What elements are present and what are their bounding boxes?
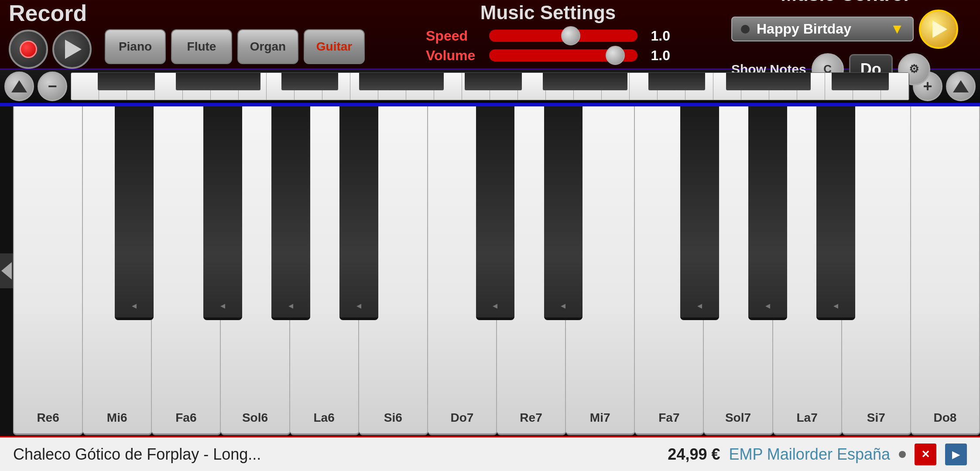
piano-area: Re6 Mi6 Fa6 Sol6 La6 Si6 Do7 Re7 Mi7 Fa7… — [0, 105, 980, 435]
mini-key-black-15 — [598, 73, 627, 90]
record-title: Record — [9, 0, 87, 26]
volume-slider[interactable] — [489, 49, 637, 61]
play-icon — [65, 40, 82, 59]
mini-key-black-14 — [570, 73, 600, 90]
black-key-Reb6[interactable] — [115, 106, 154, 320]
play-button[interactable] — [52, 30, 92, 69]
mini-key-black-8 — [359, 73, 388, 90]
song-name-box[interactable]: Happy Birtday ▼ — [731, 17, 914, 41]
settings-title: Music Settings — [480, 2, 616, 24]
mini-key-black-9 — [387, 73, 416, 90]
key-label-Do7: Do7 — [450, 411, 473, 425]
black-key-Reb7[interactable] — [544, 106, 583, 320]
black-key-Dob7[interactable] — [476, 106, 515, 320]
notes-extra-icon: ⚙ — [909, 62, 919, 76]
mini-key-black-4 — [203, 73, 233, 90]
ad-arrow-icon: ▶ — [952, 448, 960, 461]
mini-key-black-20 — [781, 73, 811, 90]
ad-brand: EMP Mailorder España — [729, 445, 890, 464]
mini-key-black-13 — [543, 73, 572, 90]
control-title: Music Control — [781, 0, 908, 5]
key-Re6[interactable]: Re6 — [13, 106, 83, 435]
mini-key-black-7 — [309, 73, 338, 90]
mini-key-black-17 — [676, 73, 705, 90]
mini-key-black-22 — [860, 73, 889, 90]
ad-next-button[interactable]: ▶ — [945, 444, 967, 465]
song-name: Happy Birtday — [757, 21, 851, 37]
mini-key-black-11 — [465, 73, 494, 90]
mini-key-white-17 — [518, 73, 546, 100]
volume-value: 1.0 — [644, 48, 670, 64]
minus-icon: − — [48, 78, 57, 94]
black-key-Lab7[interactable] — [816, 106, 855, 320]
mini-key-black-19 — [754, 73, 783, 90]
mini-key-black-12 — [493, 73, 522, 90]
black-key-Solb6[interactable] — [271, 106, 310, 320]
mini-key-black-21 — [832, 73, 861, 90]
black-key-Solb7[interactable] — [748, 106, 787, 320]
ad-price: 24,99 € — [668, 445, 720, 464]
key-label-Si7: Si7 — [867, 411, 885, 425]
key-label-La6: La6 — [314, 411, 335, 425]
volume-label: Volume — [426, 48, 483, 64]
ad-text: Chaleco Gótico de Forplay - Long... — [13, 445, 659, 464]
instrument-flute-button[interactable]: Flute — [171, 29, 232, 64]
play-gold-icon — [932, 20, 947, 38]
ad-close-button[interactable]: ✕ — [915, 444, 936, 465]
mini-key-black-18 — [726, 73, 755, 90]
speed-row: Speed 1.0 — [426, 28, 670, 44]
music-control-play-button[interactable] — [919, 10, 958, 49]
mini-keyboard — [71, 72, 909, 100]
black-key-Mib6[interactable] — [203, 106, 242, 320]
close-icon: ✕ — [921, 448, 930, 461]
song-selector: Happy Birtday ▼ — [731, 10, 958, 49]
key-label-Mi7: Mi7 — [590, 411, 610, 425]
record-icon — [20, 41, 37, 58]
speed-value: 1.0 — [644, 28, 670, 44]
record-buttons — [9, 30, 92, 69]
arrow-up-icon — [11, 80, 27, 92]
dropdown-arrow-icon[interactable]: ▼ — [890, 21, 904, 37]
keyboard-nav-bar: − — [0, 70, 980, 105]
key-label-Mi6: Mi6 — [107, 411, 127, 425]
left-arrow-icon — [1, 262, 12, 280]
key-Do8[interactable]: Do8 — [911, 106, 980, 435]
mini-key-black-16 — [648, 73, 678, 90]
top-bar: Record Piano Flute Organ Guitar Music Se… — [0, 0, 980, 70]
key-label-Re7: Re7 — [520, 411, 542, 425]
record-button[interactable] — [9, 30, 48, 69]
volume-thumb[interactable] — [606, 46, 625, 65]
speed-slider[interactable] — [489, 30, 637, 42]
instrument-organ-button[interactable]: Organ — [237, 29, 298, 64]
black-key-Lab6[interactable] — [339, 106, 378, 320]
key-label-Re6: Re6 — [37, 411, 59, 425]
song-dot — [741, 25, 750, 34]
mini-key-black-2 — [126, 73, 155, 90]
mini-key-black-5 — [231, 73, 260, 90]
key-label-Sol7: Sol7 — [725, 411, 751, 425]
octave-up-button[interactable] — [4, 72, 34, 101]
black-key-Mib7[interactable] — [680, 106, 719, 320]
music-settings-section: Music Settings Speed 1.0 Volume 1.0 — [382, 2, 714, 67]
mini-key-black-10 — [415, 73, 444, 90]
ad-dot — [899, 451, 906, 458]
octave-minus-button[interactable]: − — [38, 72, 67, 101]
key-label-Fa7: Fa7 — [658, 411, 679, 425]
mini-key-black-6 — [281, 73, 311, 90]
volume-row: Volume 1.0 — [426, 48, 670, 64]
key-label-Si6: Si6 — [384, 411, 402, 425]
key-label-Do8: Do8 — [933, 411, 956, 425]
ad-indicators — [899, 451, 906, 458]
mini-key-black-1 — [98, 73, 127, 90]
instrument-guitar-button[interactable]: Guitar — [304, 29, 365, 64]
record-section: Record — [9, 0, 92, 69]
key-label-Sol6: Sol6 — [242, 411, 268, 425]
instrument-section: Piano Flute Organ Guitar — [105, 29, 365, 68]
mini-key-black-3 — [176, 73, 205, 90]
instrument-piano-button[interactable]: Piano — [105, 29, 166, 64]
speed-thumb[interactable] — [561, 26, 580, 45]
key-label-La7: La7 — [796, 411, 817, 425]
piano-scroll-left-button[interactable] — [0, 253, 13, 288]
key-label-Fa6: Fa6 — [175, 411, 196, 425]
mini-key-white-1 — [71, 73, 99, 100]
